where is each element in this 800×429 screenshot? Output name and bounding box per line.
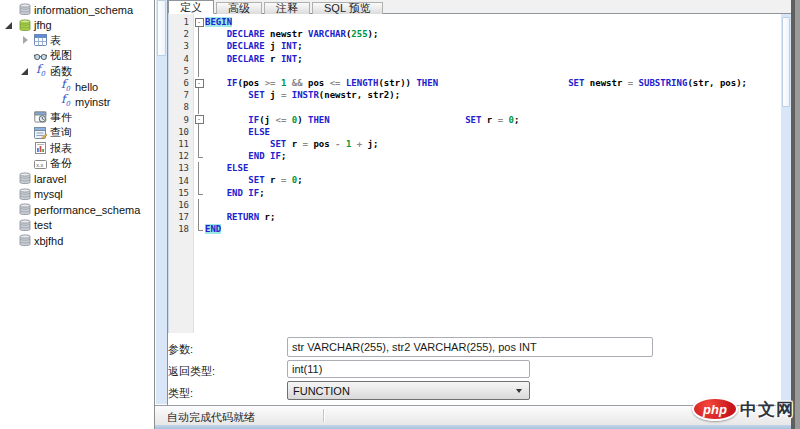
- tree-item-备份[interactable]: x.x备份: [0, 156, 154, 171]
- editor-scrollbar-thumb[interactable]: [782, 17, 790, 107]
- tree-item-视图[interactable]: 视图: [0, 48, 154, 63]
- function-properties-form: 参数: 返回类型: 类型: FUNCTION: [168, 333, 781, 405]
- fold-guide: [193, 126, 205, 138]
- code-line-4[interactable]: 4 DECLARE r INT;: [169, 53, 781, 65]
- fold-toggle-icon[interactable]: -: [193, 77, 205, 89]
- tree-item-mysql[interactable]: mysql: [0, 187, 154, 202]
- code-line-18[interactable]: 18END: [169, 223, 781, 235]
- tree-item-表[interactable]: 表: [0, 33, 154, 48]
- tree-scrollbar-thumb[interactable]: [157, 0, 166, 56]
- tree-item-label: performance_schema: [34, 204, 140, 216]
- code-text: DECLARE r INT;: [205, 53, 303, 65]
- tree-item-hello[interactable]: f0hello: [0, 79, 154, 94]
- fold-guide: [193, 101, 205, 113]
- code-text: SET r = 0;: [205, 174, 303, 186]
- tree-scrollbar[interactable]: [156, 0, 167, 404]
- expanded-arrow-icon[interactable]: [21, 68, 34, 75]
- php-cn-watermark: php 中文网: [692, 397, 794, 421]
- tree-item-information_schema[interactable]: information_schema: [0, 2, 154, 17]
- tree-item-报表[interactable]: 报表: [0, 141, 154, 156]
- fold-guide: [193, 223, 205, 235]
- tree-item-事件[interactable]: 事件: [0, 110, 154, 125]
- fold-guide: [193, 53, 205, 65]
- tree-item-label: 表: [50, 33, 61, 48]
- expanded-arrow-icon[interactable]: [5, 22, 18, 29]
- code-text: BEGIN: [205, 16, 232, 28]
- type-select-value: FUNCTION: [293, 385, 516, 397]
- tree-item-label: myinstr: [75, 96, 110, 108]
- fold-toggle-icon[interactable]: -: [193, 16, 205, 28]
- sql-code-editor[interactable]: 1-BEGIN2 DECLARE newstr VARCHAR(255);3 D…: [168, 14, 781, 333]
- tab-label: 定义: [180, 0, 202, 15]
- collapsed-arrow-icon[interactable]: [21, 36, 34, 44]
- parameters-input[interactable]: [287, 337, 653, 357]
- fold-guide: [193, 40, 205, 52]
- tree-item-label: hello: [75, 81, 98, 93]
- tree-item-label: jfhg: [34, 19, 52, 31]
- tab-bar: 定义 高级 注释 SQL 预览: [168, 0, 791, 14]
- status-message: 自动完成代码就绪: [167, 410, 255, 425]
- tree-item-test[interactable]: test: [0, 217, 154, 232]
- code-line-1[interactable]: 1-BEGIN: [169, 16, 781, 28]
- code-line-13[interactable]: 13 ELSE: [169, 162, 781, 174]
- line-number: 12: [169, 151, 193, 161]
- event-icon: [34, 111, 47, 123]
- tree-item-函数[interactable]: f0函数: [0, 64, 154, 79]
- code-line-2[interactable]: 2 DECLARE newstr VARCHAR(255);: [169, 28, 781, 40]
- tree-item-查询[interactable]: 查询: [0, 125, 154, 140]
- function-icon: f0: [34, 63, 47, 80]
- code-text: ELSE: [205, 126, 270, 138]
- tree-item-label: mysql: [34, 188, 63, 200]
- tab-comment[interactable]: 注释: [264, 2, 310, 14]
- code-line-9[interactable]: 9- IF(j <= 0) THEN SET r = 0;: [169, 114, 781, 126]
- code-line-17[interactable]: 17 RETURN r;: [169, 211, 781, 223]
- tree-item-xbjfhd[interactable]: xbjfhd: [0, 233, 154, 248]
- tree-item-myinstr[interactable]: f0myinstr: [0, 94, 154, 109]
- tab-sql-preview[interactable]: SQL 预览: [312, 2, 383, 14]
- function-icon: f0: [59, 93, 72, 110]
- code-line-15[interactable]: 15 END IF;: [169, 187, 781, 199]
- table-icon: [34, 34, 47, 46]
- code-text: SET r = pos - 1 + j;: [205, 138, 378, 150]
- code-line-5[interactable]: 5: [169, 65, 781, 77]
- tree-item-label: 查询: [50, 125, 72, 140]
- tree-item-laravel[interactable]: laravel: [0, 171, 154, 186]
- tree-item-performance_schema[interactable]: performance_schema: [0, 202, 154, 217]
- fold-guide: [193, 174, 205, 186]
- code-line-8[interactable]: 8: [169, 101, 781, 113]
- code-text: SET j = INSTR(newstr, str2);: [205, 89, 400, 101]
- database-icon: [18, 219, 31, 232]
- return-type-input[interactable]: [287, 360, 530, 378]
- line-number: 13: [169, 163, 193, 173]
- type-select[interactable]: FUNCTION: [287, 381, 530, 400]
- code-text: RETURN r;: [205, 211, 275, 223]
- code-text: DECLARE j INT;: [205, 40, 303, 52]
- code-text: END: [205, 223, 221, 235]
- sidebar-divider: [154, 0, 155, 429]
- fold-toggle-icon[interactable]: -: [193, 114, 205, 126]
- database-tree: information_schemajfhg表视图f0函数f0hellof0my…: [0, 0, 154, 429]
- code-line-11[interactable]: 11 SET r = pos - 1 + j;: [169, 138, 781, 150]
- code-text: IF(j <= 0) THEN SET r = 0;: [205, 114, 519, 126]
- editor-scrollbar[interactable]: [781, 14, 791, 404]
- line-number: 6: [169, 78, 193, 88]
- code-line-14[interactable]: 14 SET r = 0;: [169, 174, 781, 186]
- code-line-6[interactable]: 6- IF(pos >= 1 && pos <= LENGTH(str)) TH…: [169, 77, 781, 89]
- tree-item-label: xbjfhd: [34, 235, 63, 247]
- database-icon: [18, 188, 31, 201]
- code-line-10[interactable]: 10 ELSE: [169, 126, 781, 138]
- tab-definition[interactable]: 定义: [168, 0, 214, 14]
- code-line-7[interactable]: 7 SET j = INSTR(newstr, str2);: [169, 89, 781, 101]
- code-line-16[interactable]: 16: [169, 199, 781, 211]
- code-text: ELSE: [205, 162, 248, 174]
- fold-guide: [193, 199, 205, 211]
- tree-item-label: 备份: [50, 156, 72, 171]
- line-number: 11: [169, 139, 193, 149]
- fold-guide: [193, 187, 205, 199]
- tab-advanced[interactable]: 高级: [216, 2, 262, 14]
- fold-guide: [193, 162, 205, 174]
- type-label: 类型:: [168, 386, 193, 401]
- tree-item-jfhg[interactable]: jfhg: [0, 17, 154, 32]
- code-line-12[interactable]: 12 END IF;: [169, 150, 781, 162]
- code-line-3[interactable]: 3 DECLARE j INT;: [169, 40, 781, 52]
